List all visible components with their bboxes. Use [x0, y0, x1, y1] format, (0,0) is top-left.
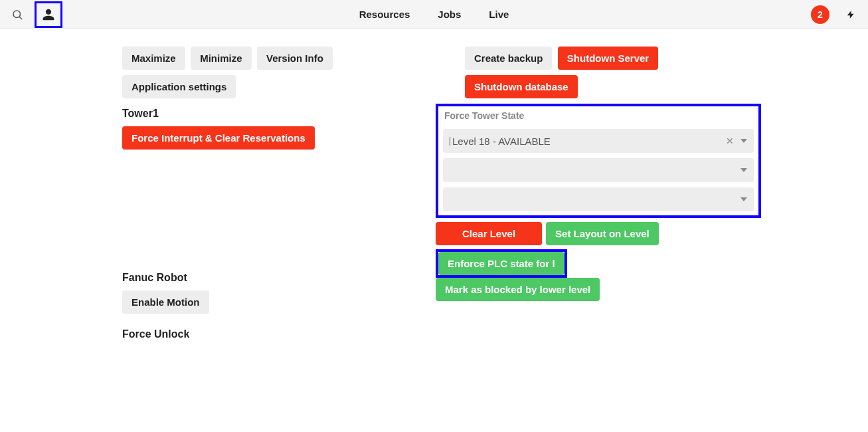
tower-state-action-row: Clear Level Set Layout on Level Enforce …	[436, 222, 774, 278]
svg-point-0	[13, 11, 21, 18]
force-unlock-title: Force Unlock	[122, 328, 414, 340]
create-backup-button[interactable]: Create backup	[465, 47, 552, 70]
force-tower-state-panel: Force Tower State Level 18 - AVAILABLE ✕	[436, 104, 761, 218]
settings-button-row: Maximize Minimize Version Info Applicati…	[122, 47, 414, 104]
shutdown-server-button[interactable]: Shutdown Server	[558, 47, 658, 70]
chevron-down-icon	[740, 197, 747, 201]
level-select[interactable]: Level 18 - AVAILABLE ✕	[443, 129, 754, 153]
backup-button-row: Create backup Shutdown Server Shutdown d…	[465, 47, 761, 104]
enable-motion-button[interactable]: Enable Motion	[122, 290, 209, 314]
nav-jobs[interactable]: Jobs	[438, 9, 461, 20]
right-column: Create backup Shutdown Server Shutdown d…	[436, 47, 761, 347]
top-nav: Resources Jobs Live	[359, 9, 509, 20]
clear-selection-icon[interactable]: ✕	[726, 136, 734, 146]
tower-title: Tower1	[122, 108, 414, 120]
clear-level-button[interactable]: Clear Level	[436, 222, 542, 245]
mark-as-blocked-button[interactable]: Mark as blocked by lower level	[436, 278, 600, 301]
main-content: Maximize Minimize Version Info Applicati…	[0, 29, 868, 347]
left-column: Maximize Minimize Version Info Applicati…	[122, 47, 414, 347]
text-cursor	[450, 137, 450, 146]
notifications-badge[interactable]: 2	[811, 5, 829, 24]
enforce-plc-highlight: Enforce PLC state for l	[436, 249, 567, 278]
chevron-down-icon	[740, 139, 747, 143]
version-info-button[interactable]: Version Info	[257, 47, 333, 70]
select-3[interactable]	[443, 187, 754, 211]
topbar-left	[8, 1, 62, 28]
bolt-icon[interactable]	[841, 5, 860, 24]
nav-resources[interactable]: Resources	[359, 9, 410, 20]
fanuc-title: Fanuc Robot	[122, 272, 414, 284]
minimize-button[interactable]: Minimize	[191, 47, 251, 70]
level-select-value: Level 18 - AVAILABLE	[450, 136, 726, 147]
shutdown-database-button[interactable]: Shutdown database	[465, 75, 578, 98]
topbar: Resources Jobs Live 2	[0, 0, 868, 29]
user-icon-highlight	[35, 1, 62, 28]
set-layout-on-level-button[interactable]: Set Layout on Level	[546, 222, 659, 245]
user-icon[interactable]	[39, 5, 58, 24]
select-2[interactable]	[443, 158, 754, 182]
application-settings-button[interactable]: Application settings	[122, 75, 236, 98]
svg-line-1	[19, 17, 21, 19]
force-tower-state-label: Force Tower State	[444, 110, 754, 121]
search-icon[interactable]	[8, 5, 27, 24]
force-interrupt-button[interactable]: Force Interrupt & Clear Reservations	[122, 126, 315, 150]
enforce-plc-state-button[interactable]: Enforce PLC state for l	[438, 252, 564, 275]
topbar-right: 2	[811, 5, 860, 24]
nav-live[interactable]: Live	[489, 9, 509, 20]
chevron-down-icon	[740, 168, 747, 172]
maximize-button[interactable]: Maximize	[122, 47, 185, 70]
